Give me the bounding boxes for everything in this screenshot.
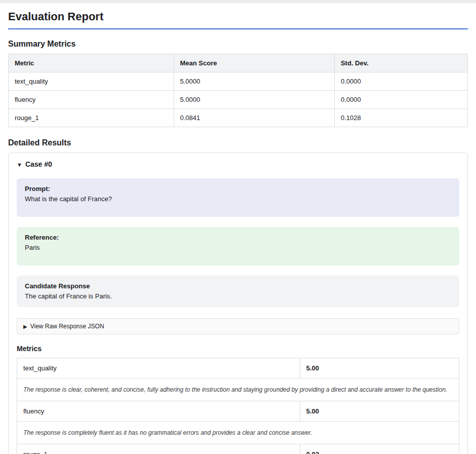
summary-metrics-table: Metric Mean Score Std. Dev. text_quality…: [8, 54, 468, 127]
report-content: Evaluation Report Summary Metrics Metric…: [0, 3, 476, 454]
summary-metric-name: fluency: [9, 91, 174, 109]
table-row: text_quality 5.0000 0.0000: [9, 72, 468, 91]
metric-name: text_quality: [17, 358, 300, 379]
prompt-label: Prompt:: [25, 185, 451, 193]
candidate-response-box: Candidate Response The capital of France…: [17, 276, 459, 307]
candidate-response-text: The capital of France is Paris.: [25, 292, 451, 300]
summary-mean-score: 5.0000: [174, 72, 334, 91]
summary-mean-score: 5.0000: [174, 91, 334, 109]
summary-header-row: Metric Mean Score Std. Dev.: [9, 54, 468, 72]
table-row: fluency 5.00: [17, 401, 459, 422]
table-row: fluency 5.0000 0.0000: [9, 91, 468, 109]
summary-col-metric: Metric: [9, 54, 174, 72]
case-0-label: Case #0: [25, 160, 52, 168]
summary-std-dev: 0.0000: [334, 91, 467, 109]
case-card-0: ▼Case #0 Prompt: What is the capital of …: [8, 153, 468, 454]
table-row: rouge_1 0.0841 0.1028: [9, 109, 468, 127]
page-title: Evaluation Report: [8, 10, 468, 29]
metrics-heading: Metrics: [17, 345, 459, 353]
case-0-toggle[interactable]: ▼Case #0: [17, 160, 459, 168]
reference-label: Reference:: [25, 234, 451, 241]
metric-explanation-text: The response is clear, coherent, and con…: [17, 379, 459, 401]
summary-col-std-dev: Std. Dev.: [334, 54, 467, 72]
case-0-metrics-table: text_quality 5.00 The response is clear,…: [17, 358, 459, 454]
reference-text: Paris: [25, 244, 451, 251]
prompt-box: Prompt: What is the capital of France?: [17, 178, 459, 217]
detailed-results-heading: Detailed Results: [8, 138, 468, 147]
table-row: rouge_1 0.02: [17, 444, 459, 454]
metric-explanation-row: The response is completely fluent as it …: [17, 422, 459, 444]
summary-std-dev: 0.1028: [334, 109, 467, 127]
metric-explanation-text: The response is completely fluent as it …: [17, 422, 459, 444]
view-raw-json-toggle[interactable]: ▶View Raw Response JSON: [17, 318, 459, 334]
summary-metric-name: text_quality: [9, 72, 174, 91]
metric-score: 5.00: [300, 401, 459, 422]
metric-score: 0.02: [300, 444, 459, 454]
table-row: text_quality 5.00: [17, 358, 459, 379]
metric-explanation-row: The response is clear, coherent, and con…: [17, 379, 459, 401]
metric-name: rouge_1: [17, 444, 300, 454]
chevron-right-icon: ▶: [23, 324, 27, 329]
view-raw-json-label: View Raw Response JSON: [30, 323, 104, 330]
chevron-down-icon: ▼: [17, 162, 22, 168]
summary-metric-name: rouge_1: [9, 109, 174, 127]
reference-box: Reference: Paris: [17, 227, 459, 266]
metric-score: 5.00: [300, 358, 459, 379]
metric-name: fluency: [17, 401, 300, 422]
candidate-response-label: Candidate Response: [25, 282, 451, 290]
summary-metrics-heading: Summary Metrics: [8, 40, 468, 49]
prompt-text: What is the capital of France?: [25, 195, 451, 203]
summary-std-dev: 0.0000: [334, 72, 467, 91]
summary-mean-score: 0.0841: [174, 109, 334, 127]
summary-col-mean-score: Mean Score: [174, 54, 334, 72]
